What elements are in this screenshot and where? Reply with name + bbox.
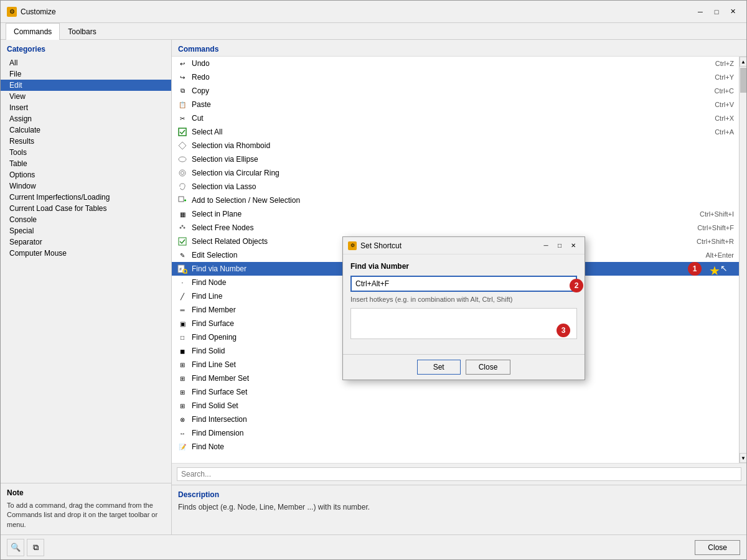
title-bar: ⚙ Customize ─ □ ✕ xyxy=(1,1,746,23)
description-header: Description xyxy=(178,490,740,499)
command-undo[interactable]: ↩ Undo Ctrl+Z xyxy=(172,57,739,70)
app-icon: ⚙ xyxy=(7,7,17,17)
svg-point-4 xyxy=(181,172,184,175)
svg-point-8 xyxy=(180,227,182,229)
tab-toolbars[interactable]: Toolbars xyxy=(60,23,104,40)
dialog-close-action-button[interactable]: Close xyxy=(466,360,511,375)
svg-point-9 xyxy=(182,225,184,227)
maximize-button[interactable]: □ xyxy=(709,6,724,18)
command-find-note[interactable]: 📝 Find Note xyxy=(172,440,739,454)
window-close-button[interactable]: ✕ xyxy=(725,6,740,18)
scrollbar[interactable]: ▲ ▼ xyxy=(739,57,746,463)
note-text: To add a command, drag the command from … xyxy=(7,501,165,530)
find-opening-icon: □ xyxy=(177,332,188,343)
command-paste[interactable]: 📋 Paste Ctrl+V xyxy=(172,98,739,111)
sidebar-item-current-load[interactable]: Current Load Case for Tables xyxy=(1,203,171,214)
rhomboid-icon xyxy=(177,140,188,151)
find-surface-set-icon: ⊞ xyxy=(177,386,188,398)
command-rhomboid[interactable]: Selection via Rhomboid xyxy=(172,139,739,152)
dialog-minimize-button[interactable]: ─ xyxy=(540,241,552,251)
command-find-intersection[interactable]: ⊗ Find Intersection xyxy=(172,413,739,426)
sidebar-item-calculate[interactable]: Calculate xyxy=(1,124,171,136)
command-lasso[interactable]: Selection via Lasso xyxy=(172,180,739,194)
command-find-surface-set[interactable]: ⊞ Find Surface Set xyxy=(172,385,739,399)
sidebar-item-computer-mouse[interactable]: Computer Mouse xyxy=(1,248,171,259)
dialog-command-name: Find via Number xyxy=(350,262,577,271)
close-button[interactable]: Close xyxy=(695,540,740,555)
command-find-dimension[interactable]: ↔ Find Dimension xyxy=(172,426,739,440)
command-select-plane[interactable]: ▦ Select in Plane Ctrl+Shift+I xyxy=(172,207,739,221)
find-node-icon: · xyxy=(177,277,188,288)
copy-bottom-button[interactable]: ⧉ xyxy=(27,539,44,556)
command-redo[interactable]: ↪ Redo Ctrl+Y xyxy=(172,70,739,84)
sidebar-item-current-imperfections[interactable]: Current Imperfections/Loading xyxy=(1,192,171,203)
bottom-bar: 🔍 ⧉ Close xyxy=(1,534,746,559)
command-copy[interactable]: ⧉ Copy Ctrl+C xyxy=(172,84,739,98)
dialog-icon: ⚙ xyxy=(348,241,357,250)
command-select-all[interactable]: Select All Ctrl+A xyxy=(172,125,739,139)
dialog-text-area: 3 xyxy=(350,308,577,339)
tab-commands[interactable]: Commands xyxy=(6,23,60,40)
sidebar-item-all[interactable]: All xyxy=(1,57,171,68)
commands-header: Commands xyxy=(172,40,746,57)
sidebar-item-options[interactable]: Options xyxy=(1,169,171,180)
command-circular-ring[interactable]: Selection via Circular Ring xyxy=(172,166,739,180)
search-input[interactable] xyxy=(177,467,741,481)
find-member-set-icon: ⊞ xyxy=(177,373,188,384)
categories-header: Categories xyxy=(1,40,171,56)
related-icon xyxy=(177,236,188,247)
command-cut[interactable]: ✂ Cut Ctrl+X xyxy=(172,111,739,125)
find-line-icon: ╱ xyxy=(177,291,188,302)
sidebar-item-file[interactable]: File xyxy=(1,68,171,80)
sidebar-item-separator[interactable]: Separator xyxy=(1,236,171,248)
step-badge-3: 3 xyxy=(557,324,570,337)
add-selection-icon xyxy=(177,195,188,206)
ellipse-icon xyxy=(177,154,188,165)
scroll-down-arrow[interactable]: ▼ xyxy=(740,453,746,463)
minimize-button[interactable]: ─ xyxy=(693,6,708,18)
find-intersection-icon: ⊗ xyxy=(177,414,188,425)
description-text: Finds object (e.g. Node, Line, Member ..… xyxy=(178,503,740,511)
svg-rect-11 xyxy=(179,238,186,245)
svg-point-3 xyxy=(179,170,186,176)
sidebar-item-view[interactable]: View xyxy=(1,91,171,102)
sidebar-item-assign[interactable]: Assign xyxy=(1,113,171,124)
sidebar-item-table[interactable]: Table xyxy=(1,158,171,169)
categories-list: All File Edit View Insert Assign Calcula… xyxy=(1,56,171,483)
command-find-solid-set[interactable]: ⊞ Find Solid Set xyxy=(172,399,739,413)
dialog-close-button[interactable]: ✕ xyxy=(567,241,580,251)
sidebar-item-console[interactable]: Console xyxy=(1,214,171,225)
sidebar-item-window[interactable]: Window xyxy=(1,180,171,192)
svg-line-15 xyxy=(186,273,187,273)
set-shortcut-dialog[interactable]: ⚙ Set Shortcut ─ □ ✕ Find via Number 2 I… xyxy=(342,236,585,380)
note-section: Note To add a command, drag the command … xyxy=(1,483,171,534)
find-solid-icon: ◼ xyxy=(177,345,188,357)
undo-icon: ↩ xyxy=(177,58,188,69)
scroll-up-arrow[interactable]: ▲ xyxy=(740,57,746,67)
set-shortcut-button[interactable]: Set xyxy=(417,360,461,375)
step-badge-2: 2 xyxy=(570,279,583,292)
command-ellipse[interactable]: Selection via Ellipse xyxy=(172,152,739,166)
sidebar-item-insert[interactable]: Insert xyxy=(1,102,171,113)
command-add-selection[interactable]: Add to Selection / New Selection xyxy=(172,194,739,207)
edit-selection-icon: ✎ xyxy=(177,250,188,261)
redo-icon: ↪ xyxy=(177,72,188,83)
command-free-nodes[interactable]: Select Free Nodes Ctrl+Shift+F xyxy=(172,221,739,235)
search-bottom-button[interactable]: 🔍 xyxy=(7,539,24,556)
scroll-thumb[interactable] xyxy=(740,68,746,93)
sidebar-item-tools[interactable]: Tools xyxy=(1,147,171,158)
dialog-shortcut-input[interactable] xyxy=(350,276,577,292)
dialog-body: Find via Number 2 Insert hotkeys (e.g. i… xyxy=(343,254,585,354)
find-line-set-icon: ⊞ xyxy=(177,359,188,370)
paste-icon: 📋 xyxy=(177,99,188,110)
sidebar-item-special[interactable]: Special xyxy=(1,225,171,236)
cursor-icon: ↖ xyxy=(720,263,728,273)
find-note-icon: 📝 xyxy=(177,441,188,452)
dialog-maximize-button[interactable]: □ xyxy=(553,241,566,251)
svg-marker-1 xyxy=(179,142,186,149)
description-section: Description Finds object (e.g. Node, Lin… xyxy=(172,485,746,534)
select-all-icon xyxy=(177,126,188,138)
sidebar-item-edit[interactable]: Edit xyxy=(1,80,171,91)
sidebar-item-results[interactable]: Results xyxy=(1,136,171,147)
dialog-footer: Set Close xyxy=(343,354,585,380)
